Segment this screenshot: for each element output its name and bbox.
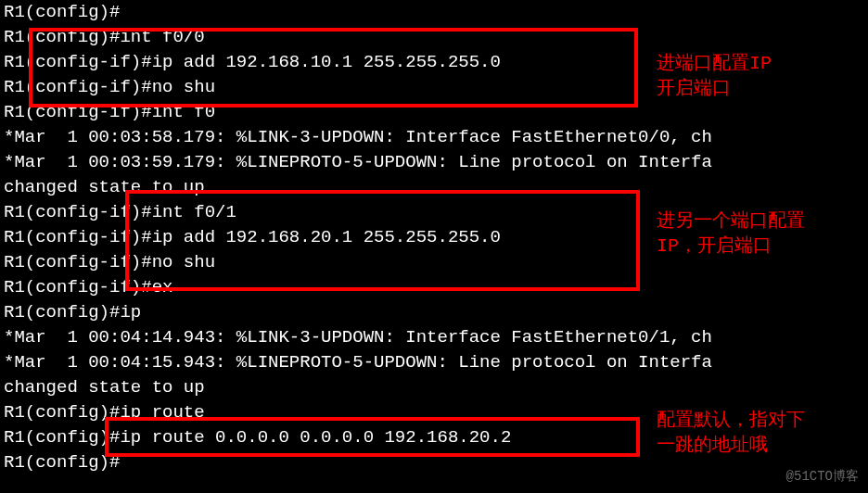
annotation-text: IP，开启端口: [657, 235, 772, 257]
line: R1(config)#: [4, 452, 120, 473]
line: R1(config-if)#int f0/1: [4, 202, 236, 222]
line: *Mar 1 00:03:58.179: %LINK-3-UPDOWN: Int…: [4, 127, 712, 147]
line: changed state to up: [4, 177, 205, 197]
line: R1(config)#: [4, 2, 120, 22]
line: R1(config)#ip route 0.0.0.0 0.0.0.0 192.…: [4, 427, 511, 448]
terminal-output: R1(config)# R1(config)#int f0/0 R1(confi…: [4, 0, 712, 475]
annotation-text: 开启端口: [657, 78, 731, 99]
line: *Mar 1 00:03:59.179: %LINEPROTO-5-UPDOWN…: [4, 152, 712, 172]
annotation-text: 进端口配置IP: [657, 53, 772, 74]
line: R1(config)#ip route: [4, 402, 205, 423]
line: *Mar 1 00:04:15.943: %LINEPROTO-5-UPDOWN…: [4, 352, 712, 373]
annotation-text: 进另一个端口配置: [657, 210, 805, 232]
line: R1(config-if)#no shu: [4, 252, 215, 272]
line: changed state to up: [4, 377, 205, 398]
line: *Mar 1 00:04:14.943: %LINK-3-UPDOWN: Int…: [4, 327, 712, 348]
line: R1(config-if)#no shu: [4, 77, 215, 97]
line: R1(config)#ip: [4, 302, 141, 322]
annotation-text: 配置默认，指对下: [657, 410, 805, 431]
line: R1(config-if)#ip add 192.168.20.1 255.25…: [4, 227, 501, 247]
line: R1(config)#int f0/0: [4, 27, 205, 47]
line: R1(config-if)#ex: [4, 277, 172, 297]
line: R1(config-if)#ip add 192.168.10.1 255.25…: [4, 52, 501, 72]
annotation-text: 一跳的地址哦: [657, 435, 768, 456]
annotation-3: 配置默认，指对下 一跳的地址哦: [657, 408, 805, 458]
line: R1(config-if)#int f0: [4, 102, 215, 122]
annotation-2: 进另一个端口配置 IP，开启端口: [657, 209, 805, 259]
watermark: @51CTO博客: [786, 464, 859, 489]
annotation-1: 进端口配置IP 开启端口: [657, 51, 772, 101]
